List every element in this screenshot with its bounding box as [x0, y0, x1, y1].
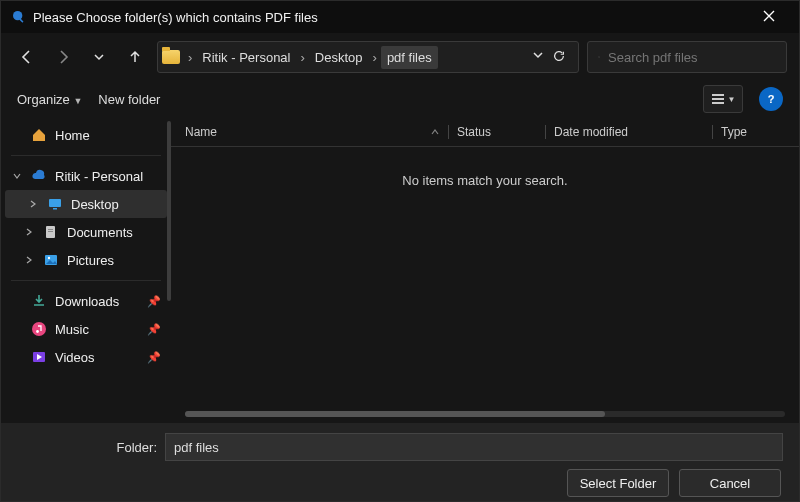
- search-input[interactable]: [608, 50, 776, 65]
- caret-down-icon: ▼: [728, 95, 736, 104]
- sidebar-item-music[interactable]: Music 📌: [1, 315, 171, 343]
- svg-rect-3: [712, 94, 724, 96]
- separator: [11, 280, 161, 281]
- breadcrumb[interactable]: › Ritik - Personal › Desktop › pdf files: [157, 41, 579, 73]
- breadcrumb-item-2[interactable]: pdf files: [381, 46, 438, 69]
- breadcrumb-item-0[interactable]: Ritik - Personal: [196, 46, 296, 69]
- sidebar-label: Documents: [67, 225, 133, 240]
- breadcrumb-item-1[interactable]: Desktop: [309, 46, 369, 69]
- chevron-right-icon: ›: [298, 50, 306, 65]
- svg-rect-1: [19, 18, 23, 22]
- main-area: Home Ritik - Personal Desktop Documents …: [1, 117, 799, 423]
- pin-icon: 📌: [147, 323, 161, 336]
- sidebar: Home Ritik - Personal Desktop Documents …: [1, 117, 171, 423]
- chevron-down-icon[interactable]: [11, 171, 23, 181]
- up-button[interactable]: [121, 43, 149, 71]
- list-view-icon: [711, 92, 725, 106]
- cloud-icon: [31, 168, 47, 184]
- col-date[interactable]: Date modified: [554, 125, 704, 139]
- content-pane: Name Status Date modified Type No items …: [171, 117, 799, 423]
- footer: Folder: Select Folder Cancel: [1, 423, 799, 502]
- button-row: Select Folder Cancel: [17, 469, 783, 497]
- cancel-button[interactable]: Cancel: [679, 469, 781, 497]
- new-folder-button[interactable]: New folder: [98, 92, 160, 107]
- video-icon: [31, 349, 47, 365]
- col-name[interactable]: Name: [185, 125, 440, 139]
- sidebar-label: Music: [55, 322, 89, 337]
- search-app-icon: [11, 9, 27, 25]
- forward-button[interactable]: [49, 43, 77, 71]
- column-divider[interactable]: [545, 125, 546, 139]
- desktop-icon: [47, 196, 63, 212]
- chevron-right-icon[interactable]: [23, 255, 35, 265]
- svg-rect-9: [48, 229, 53, 230]
- title-wrap: Please Choose folder(s) which contains P…: [11, 9, 749, 25]
- pin-icon: 📌: [147, 351, 161, 364]
- sidebar-label: Ritik - Personal: [55, 169, 143, 184]
- svg-rect-5: [712, 102, 724, 104]
- nav-row: › Ritik - Personal › Desktop › pdf files: [1, 33, 799, 81]
- help-button[interactable]: ?: [759, 87, 783, 111]
- svg-point-13: [32, 322, 46, 336]
- svg-rect-10: [48, 231, 53, 232]
- chevron-right-icon[interactable]: [23, 227, 35, 237]
- sidebar-label: Home: [55, 128, 90, 143]
- chevron-right-icon: ›: [371, 50, 379, 65]
- music-icon: [31, 321, 47, 337]
- svg-rect-6: [49, 199, 61, 207]
- sidebar-item-documents[interactable]: Documents: [1, 218, 171, 246]
- breadcrumb-expand[interactable]: [532, 49, 544, 66]
- svg-point-12: [48, 257, 50, 259]
- col-label: Type: [721, 125, 747, 139]
- caret-down-icon: ▼: [73, 96, 82, 106]
- home-icon: [31, 127, 47, 143]
- select-folder-button[interactable]: Select Folder: [567, 469, 669, 497]
- view-button[interactable]: ▼: [703, 85, 743, 113]
- col-status[interactable]: Status: [457, 125, 537, 139]
- svg-rect-4: [712, 98, 724, 100]
- close-button[interactable]: [749, 10, 789, 25]
- arrow-right-icon: [55, 49, 71, 65]
- sidebar-label: Downloads: [55, 294, 119, 309]
- folder-input[interactable]: [165, 433, 783, 461]
- breadcrumb-right: [532, 49, 574, 66]
- chevron-right-icon[interactable]: [27, 199, 39, 209]
- sidebar-item-videos[interactable]: Videos 📌: [1, 343, 171, 371]
- column-headers: Name Status Date modified Type: [171, 117, 799, 147]
- chevron-right-icon: ›: [186, 50, 194, 65]
- sidebar-label: Videos: [55, 350, 95, 365]
- download-icon: [31, 293, 47, 309]
- organize-label: Organize: [17, 92, 70, 107]
- folder-icon: [162, 50, 180, 64]
- sidebar-label: Desktop: [71, 197, 119, 212]
- titlebar: Please Choose folder(s) which contains P…: [1, 1, 799, 33]
- back-button[interactable]: [13, 43, 41, 71]
- sidebar-item-pictures[interactable]: Pictures: [1, 246, 171, 274]
- arrow-up-icon: [127, 49, 143, 65]
- sidebar-item-desktop[interactable]: Desktop: [5, 190, 167, 218]
- col-type[interactable]: Type: [721, 125, 799, 139]
- scroll-thumb[interactable]: [185, 411, 605, 417]
- search-box[interactable]: [587, 41, 787, 73]
- column-divider[interactable]: [448, 125, 449, 139]
- sidebar-item-downloads[interactable]: Downloads 📌: [1, 287, 171, 315]
- refresh-button[interactable]: [552, 49, 566, 66]
- refresh-icon: [552, 49, 566, 63]
- recent-button[interactable]: [85, 43, 113, 71]
- sidebar-item-account[interactable]: Ritik - Personal: [1, 162, 171, 190]
- document-icon: [43, 224, 59, 240]
- horizontal-scrollbar[interactable]: [185, 411, 785, 417]
- close-icon: [763, 10, 775, 22]
- column-divider[interactable]: [712, 125, 713, 139]
- svg-point-2: [598, 56, 599, 57]
- picture-icon: [43, 252, 59, 268]
- sidebar-label: Pictures: [67, 253, 114, 268]
- sidebar-item-home[interactable]: Home: [1, 121, 171, 149]
- search-icon: [598, 50, 600, 64]
- pin-icon: 📌: [147, 295, 161, 308]
- sort-up-icon: [430, 127, 440, 137]
- organize-menu[interactable]: Organize ▼: [17, 92, 82, 107]
- col-label: Status: [457, 125, 491, 139]
- chevron-down-icon: [93, 51, 105, 63]
- empty-message: No items match your search.: [171, 147, 799, 188]
